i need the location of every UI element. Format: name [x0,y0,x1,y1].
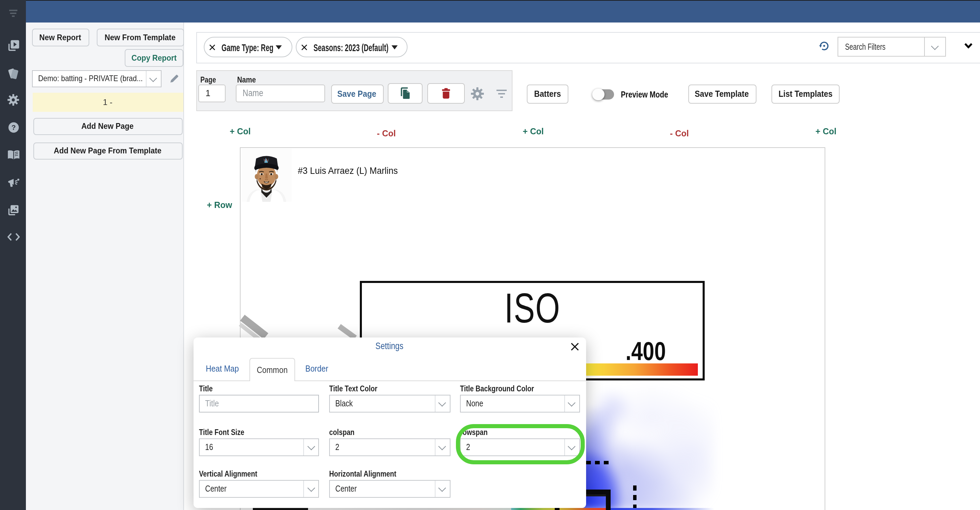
svg-text:?: ? [11,123,16,131]
